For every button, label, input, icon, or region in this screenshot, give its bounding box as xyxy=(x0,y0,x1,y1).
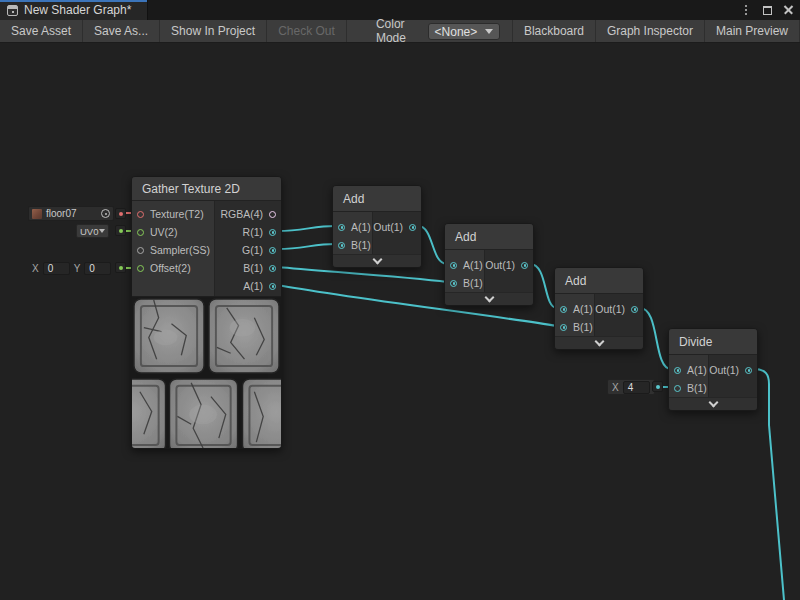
texture-field-connector[interactable] xyxy=(115,208,126,219)
graph-canvas[interactable]: Gather Texture 2D Texture(T2) UV(2) Samp… xyxy=(0,43,800,600)
chevron-down-icon xyxy=(594,336,604,346)
offset-vector2-field: X 0 Y 0 xyxy=(32,261,111,275)
color-mode-selected-value: <None> xyxy=(435,25,478,39)
unity-shader-graph-window: New Shader Graph* Save Asset Save As... … xyxy=(0,0,800,600)
port-label: UV(2) xyxy=(150,226,177,238)
wire-g-to-add1-b[interactable] xyxy=(278,244,335,249)
chevron-down-icon xyxy=(485,29,493,34)
port-label: B(1) xyxy=(687,382,707,394)
shader-graph-window-icon xyxy=(7,5,18,16)
port-label: Offset(2) xyxy=(150,262,191,274)
node-title: Gather Texture 2D xyxy=(132,177,281,201)
port-a-input[interactable] xyxy=(560,306,567,313)
offset-x-input[interactable]: 0 xyxy=(43,262,70,275)
check-out-button: Check Out xyxy=(267,20,347,42)
save-asset-button[interactable]: Save Asset xyxy=(0,20,83,42)
port-b-input[interactable] xyxy=(674,385,681,392)
divide-b-field-connector[interactable] xyxy=(652,381,663,392)
port-offset-input[interactable] xyxy=(137,265,144,272)
node-title: Add xyxy=(333,186,421,212)
port-label: A(1) xyxy=(687,364,707,376)
collapse-preview-button[interactable] xyxy=(445,292,533,305)
port-label: Out(1) xyxy=(485,259,515,271)
object-picker-icon[interactable] xyxy=(101,209,110,218)
chevron-down-icon xyxy=(99,229,105,233)
chevron-down-icon xyxy=(708,397,718,407)
uv-channel-value: UV0 xyxy=(80,226,98,237)
port-b-input[interactable] xyxy=(338,242,345,249)
blackboard-toggle-button[interactable]: Blackboard xyxy=(513,20,596,42)
divide-b-input[interactable]: 4 xyxy=(623,381,650,394)
wire-divide-out[interactable] xyxy=(754,369,784,600)
port-texture-input[interactable] xyxy=(137,211,144,218)
toolbar-spacer xyxy=(347,20,368,42)
port-sampler-input[interactable] xyxy=(137,247,144,254)
port-a-input[interactable] xyxy=(450,262,457,269)
graph-inspector-toggle-button[interactable]: Graph Inspector xyxy=(596,20,705,42)
chevron-down-icon xyxy=(372,254,382,264)
save-as-button[interactable]: Save As... xyxy=(83,20,160,42)
port-label: G(1) xyxy=(242,244,263,256)
port-label: A(1) xyxy=(463,259,483,271)
port-out-output[interactable] xyxy=(409,224,416,231)
wire-add3-to-divide[interactable] xyxy=(640,308,671,369)
node-add-3[interactable]: Add A(1) B(1) Out(1) xyxy=(554,267,644,350)
node-divide[interactable]: Divide A(1) B(1) Out(1) xyxy=(668,328,758,411)
port-label: Sampler(SS) xyxy=(150,244,210,256)
offset-field-connector[interactable] xyxy=(115,262,126,273)
uv-channel-dropdown[interactable]: UV0 xyxy=(76,224,109,238)
port-b-input[interactable] xyxy=(560,324,567,331)
texture-thumbnail xyxy=(32,209,42,219)
texture-field-value: floor07 xyxy=(46,208,101,219)
port-a-input[interactable] xyxy=(674,367,681,374)
port-out-output[interactable] xyxy=(631,306,638,313)
close-icon[interactable] xyxy=(782,3,796,17)
collapse-preview-button[interactable] xyxy=(333,254,421,267)
color-mode-label: Color Mode xyxy=(368,20,428,42)
collapse-preview-button[interactable] xyxy=(555,336,643,349)
wire-layer xyxy=(0,43,800,600)
node-gather-texture-2d[interactable]: Gather Texture 2D Texture(T2) UV(2) Samp… xyxy=(131,176,282,449)
port-rgba-output[interactable] xyxy=(269,211,276,218)
port-label: Out(1) xyxy=(595,303,625,315)
port-label: B(1) xyxy=(573,321,593,333)
port-uv-input[interactable] xyxy=(137,229,144,236)
port-a-input[interactable] xyxy=(338,224,345,231)
maximize-icon[interactable] xyxy=(763,6,772,15)
node-add-1[interactable]: Add A(1) B(1) Out(1) xyxy=(332,185,422,268)
node-add-2[interactable]: Add A(1) B(1) Out(1) xyxy=(444,223,534,306)
port-label: Texture(T2) xyxy=(150,208,204,220)
port-r-output[interactable] xyxy=(269,229,276,236)
port-label: A(1) xyxy=(573,303,593,315)
wire-b-to-add2-b[interactable] xyxy=(278,267,447,282)
shader-graph-toolbar: Save Asset Save As... Show In Project Ch… xyxy=(0,20,800,43)
wire-add1-to-add2[interactable] xyxy=(418,226,447,264)
y-axis-label: Y xyxy=(74,263,81,274)
port-label: RGBA(4) xyxy=(220,208,263,220)
port-g-output[interactable] xyxy=(269,247,276,254)
window-menu-icon[interactable] xyxy=(739,3,753,17)
chevron-down-icon xyxy=(484,292,494,302)
color-mode-dropdown[interactable]: <None> xyxy=(428,23,500,40)
port-out-output[interactable] xyxy=(745,367,752,374)
port-label: A(1) xyxy=(351,221,371,233)
texture-object-field[interactable]: floor07 xyxy=(28,206,114,221)
x-axis-label: X xyxy=(612,382,619,393)
port-b-input[interactable] xyxy=(450,280,457,287)
wire-r-to-add1-a[interactable] xyxy=(278,226,335,231)
tab-new-shader-graph[interactable]: New Shader Graph* xyxy=(0,0,148,20)
uv-dropdown-connector[interactable] xyxy=(115,225,126,236)
collapse-preview-button[interactable] xyxy=(669,397,757,410)
texture-preview xyxy=(132,296,281,448)
port-b-output[interactable] xyxy=(269,265,276,272)
main-preview-toggle-button[interactable]: Main Preview xyxy=(705,20,800,42)
port-label: B(1) xyxy=(463,277,483,289)
wire-add2-to-add3[interactable] xyxy=(530,264,557,308)
port-label: B(1) xyxy=(243,262,263,274)
port-a-output[interactable] xyxy=(269,283,276,290)
show-in-project-button[interactable]: Show In Project xyxy=(160,20,267,42)
active-tab-accent xyxy=(0,0,147,2)
port-out-output[interactable] xyxy=(521,262,528,269)
port-label: Out(1) xyxy=(373,221,403,233)
offset-y-input[interactable]: 0 xyxy=(84,262,111,275)
